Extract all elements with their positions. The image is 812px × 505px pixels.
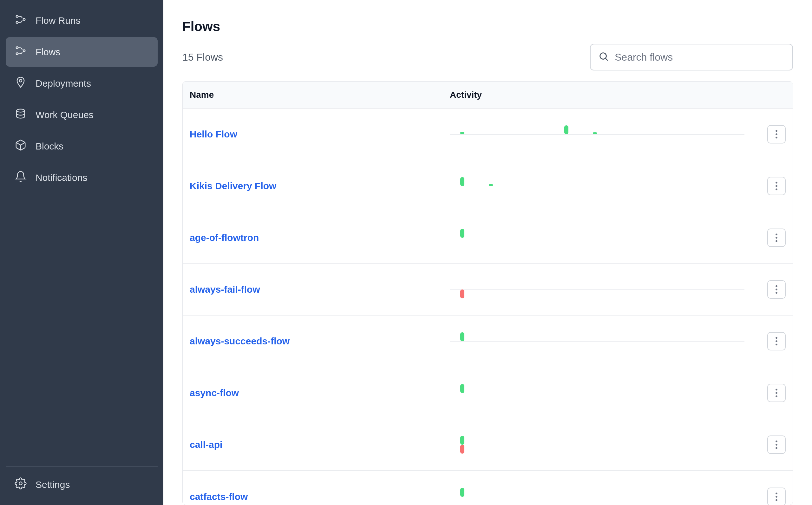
row-menu-button[interactable] xyxy=(767,332,786,350)
svg-point-28 xyxy=(776,395,777,397)
sidebar-item-settings[interactable]: Settings xyxy=(6,470,158,499)
sidebar-item-label: Flows xyxy=(35,47,60,57)
flow-name-link[interactable]: Kikis Delivery Flow xyxy=(190,181,450,191)
svg-point-30 xyxy=(776,444,777,446)
activity-bar-green xyxy=(460,488,464,497)
sidebar-item-blocks[interactable]: Blocks xyxy=(6,131,158,161)
table-header: Name Activity xyxy=(183,81,793,109)
row-actions xyxy=(760,228,786,247)
row-menu-button[interactable] xyxy=(767,228,786,247)
row-actions xyxy=(760,332,786,350)
svg-line-10 xyxy=(605,58,607,60)
sidebar-item-label: Deployments xyxy=(35,78,91,89)
col-header-activity: Activity xyxy=(450,90,786,100)
svg-point-33 xyxy=(776,496,777,498)
flow-name-link[interactable]: catfacts-flow xyxy=(190,491,450,502)
activity-chart xyxy=(450,367,760,419)
sidebar-nav-list: Flow RunsFlowsDeploymentsWork QueuesBloc… xyxy=(6,6,158,466)
svg-point-2 xyxy=(23,18,25,20)
main-content: Flows 15 Flows Name Activity Hello FlowK… xyxy=(163,0,812,505)
flow-name-link[interactable]: call-api xyxy=(190,439,450,450)
svg-point-25 xyxy=(776,344,777,346)
kebab-icon xyxy=(775,337,778,346)
sidebar-item-label: Notifications xyxy=(35,172,87,183)
flow-name-link[interactable]: always-fail-flow xyxy=(190,284,450,295)
flow-name-link[interactable]: age-of-flowtron xyxy=(190,232,450,243)
table-row: always-succeeds-flow xyxy=(183,316,793,367)
svg-point-31 xyxy=(776,447,777,449)
activity-bar-green xyxy=(460,384,464,393)
flow-runs-icon xyxy=(15,13,27,28)
blocks-icon xyxy=(15,139,27,153)
kebab-icon xyxy=(775,285,778,294)
activity-chart xyxy=(450,471,760,505)
svg-point-12 xyxy=(776,133,777,135)
kebab-icon xyxy=(775,492,778,501)
svg-point-0 xyxy=(16,15,18,17)
table-row: age-of-flowtron xyxy=(183,212,793,264)
search-input[interactable] xyxy=(615,51,785,63)
svg-point-9 xyxy=(600,53,606,59)
svg-point-13 xyxy=(776,137,777,139)
activity-axis xyxy=(450,290,745,290)
row-menu-button[interactable] xyxy=(767,488,786,505)
activity-bar-green xyxy=(460,332,464,341)
table-row: always-fail-flow xyxy=(183,264,793,316)
activity-chart xyxy=(450,316,760,367)
svg-point-4 xyxy=(16,53,18,54)
svg-point-11 xyxy=(776,130,777,132)
activity-chart xyxy=(450,160,760,212)
row-menu-button[interactable] xyxy=(767,436,786,454)
row-menu-button[interactable] xyxy=(767,125,786,144)
flows-table: Name Activity Hello FlowKikis Delivery F… xyxy=(182,81,793,505)
svg-point-18 xyxy=(776,237,777,239)
activity-axis xyxy=(450,497,745,497)
flow-name-link[interactable]: Hello Flow xyxy=(190,129,450,140)
svg-point-8 xyxy=(19,482,22,485)
activity-bar-green xyxy=(593,132,597,134)
flow-name-link[interactable]: always-succeeds-flow xyxy=(190,336,450,347)
row-menu-button[interactable] xyxy=(767,384,786,402)
table-body: Hello FlowKikis Delivery Flowage-of-flow… xyxy=(183,109,793,505)
activity-axis xyxy=(450,341,745,342)
page-title: Flows xyxy=(182,19,793,34)
sidebar-item-flow-runs[interactable]: Flow Runs xyxy=(6,6,158,35)
row-menu-button[interactable] xyxy=(767,280,786,299)
flow-count: 15 Flows xyxy=(182,51,223,63)
sidebar-item-work-queues[interactable]: Work Queues xyxy=(6,100,158,130)
activity-chart xyxy=(450,419,760,470)
activity-axis xyxy=(450,445,745,445)
svg-point-7 xyxy=(16,109,24,112)
toolbar: 15 Flows xyxy=(182,44,793,70)
sidebar-item-deployments[interactable]: Deployments xyxy=(6,68,158,98)
svg-point-16 xyxy=(776,189,777,190)
svg-point-29 xyxy=(776,441,777,443)
sidebar-item-label: Settings xyxy=(35,479,70,490)
search-box[interactable] xyxy=(590,44,793,70)
sidebar-item-label: Blocks xyxy=(35,141,63,152)
svg-point-34 xyxy=(776,499,777,501)
svg-point-32 xyxy=(776,492,777,494)
flow-name-link[interactable]: async-flow xyxy=(190,387,450,398)
activity-chart xyxy=(450,212,760,264)
sidebar-item-label: Work Queues xyxy=(35,110,93,120)
activity-bar-red xyxy=(460,290,464,298)
activity-bar-red xyxy=(460,445,464,454)
settings-icon xyxy=(15,477,27,492)
deployments-icon xyxy=(15,76,27,91)
svg-point-3 xyxy=(16,47,18,48)
svg-point-20 xyxy=(776,285,777,287)
row-actions xyxy=(760,177,786,195)
table-row: call-api xyxy=(183,419,793,471)
activity-bar-green xyxy=(460,229,464,238)
row-menu-button[interactable] xyxy=(767,177,786,195)
svg-point-17 xyxy=(776,233,777,235)
svg-point-5 xyxy=(23,50,25,52)
sidebar-item-flows[interactable]: Flows xyxy=(6,37,158,67)
row-actions xyxy=(760,125,786,144)
table-row: async-flow xyxy=(183,367,793,419)
notifications-icon xyxy=(15,170,27,185)
table-row: Hello Flow xyxy=(183,109,793,160)
sidebar: Flow RunsFlowsDeploymentsWork QueuesBloc… xyxy=(0,0,163,505)
sidebar-item-notifications[interactable]: Notifications xyxy=(6,163,158,192)
